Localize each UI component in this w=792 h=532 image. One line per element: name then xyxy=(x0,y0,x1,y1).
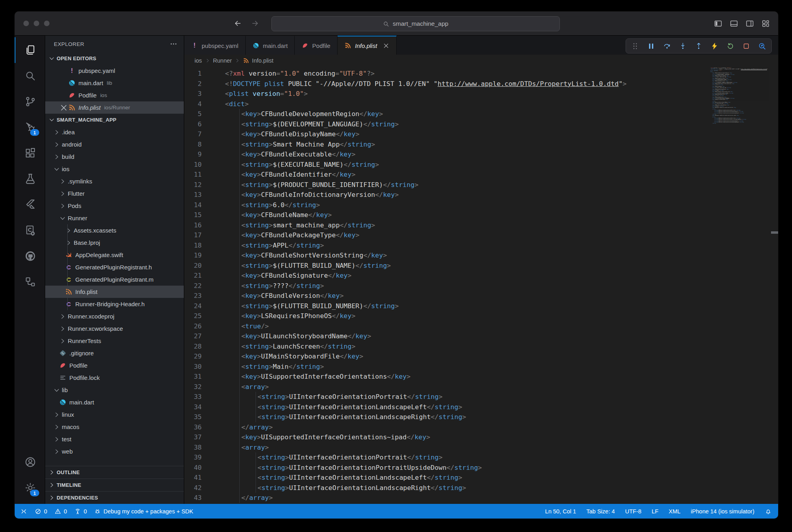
maximize-window-button[interactable] xyxy=(44,21,50,26)
code-line-28[interactable]: 28<string>LaunchScreen</string> xyxy=(184,341,703,352)
tree-item-Runner[interactable]: Runner xyxy=(45,212,184,224)
code-line-6[interactable]: 6<string>$(DEVELOPMENT_LANGUAGE)</string… xyxy=(184,119,703,130)
status-eol[interactable]: LF xyxy=(652,508,658,515)
code-line-29[interactable]: 29<key>UIMainStoryboardFile</key> xyxy=(184,351,703,362)
step-into-icon[interactable] xyxy=(679,42,687,50)
activity-accounts[interactable] xyxy=(15,449,45,475)
tree-item-.idea[interactable]: .idea xyxy=(45,126,184,138)
activity-flutter[interactable] xyxy=(15,192,45,217)
tree-item-build[interactable]: build xyxy=(45,151,184,163)
tree-item-Podfile.lock[interactable]: Podfile.lock xyxy=(45,372,184,384)
code-line-17[interactable]: 17<key>CFBundlePackageType</key> xyxy=(184,230,703,240)
tree-item-Assets.xcassets[interactable]: Assets.xcassets xyxy=(45,224,184,236)
tree-item-Pods[interactable]: Pods xyxy=(45,200,184,212)
breadcrumb-item[interactable]: Runner xyxy=(213,57,232,64)
tree-item-GeneratedPluginRegistrant.m[interactable]: CGeneratedPluginRegistrant.m xyxy=(45,273,184,286)
status-language-mode[interactable]: XML xyxy=(669,508,681,515)
layout-grid-icon[interactable] xyxy=(761,19,770,28)
code-line-39[interactable]: 39<string>UIInterfaceOrientationPortrait… xyxy=(184,452,703,463)
code-line-7[interactable]: 7<key>CFBundleDisplayName</key> xyxy=(184,129,703,139)
code-line-37[interactable]: 37<key>UISupportedInterfaceOrientations~… xyxy=(184,432,703,442)
status-ports[interactable]: 0 xyxy=(74,508,87,515)
activity-testing[interactable] xyxy=(15,166,45,192)
tree-item-RunnerTests[interactable]: RunnerTests xyxy=(45,335,184,347)
minimize-window-button[interactable] xyxy=(34,21,39,26)
restart-icon[interactable] xyxy=(726,42,735,50)
tree-item-Runner-Bridging-Header.h[interactable]: CRunner-Bridging-Header.h xyxy=(45,298,184,310)
code-line-43[interactable]: 43</array> xyxy=(184,493,703,503)
code-line-10[interactable]: 10<string>$(EXECUTABLE_NAME)</string> xyxy=(184,160,703,170)
history-forward-icon[interactable] xyxy=(251,19,260,28)
open-editor-main.dart[interactable]: main.dartlib xyxy=(45,77,184,89)
activity-run-and-debug[interactable]: 1 xyxy=(15,114,45,140)
activity-cpp-tools[interactable] xyxy=(15,217,45,243)
code-line-16[interactable]: 16<string>smart_machine_app</string> xyxy=(184,220,703,231)
status-indentation[interactable]: Tab Size: 4 xyxy=(586,508,615,515)
tree-item-ios[interactable]: ios xyxy=(45,163,184,175)
explorer-actions-icon[interactable] xyxy=(170,40,177,48)
tree-item-Runner.xcworkspace[interactable]: Runner.xcworkspace xyxy=(45,322,184,335)
tree-item-.gitignore[interactable]: .gitignore xyxy=(45,347,184,359)
activity-source-control[interactable] xyxy=(15,89,45,114)
tree-item-macos[interactable]: macos xyxy=(45,421,184,433)
code-line-35[interactable]: 35<string>UIInterfaceOrientationLandscap… xyxy=(184,412,703,422)
activity-search[interactable] xyxy=(15,63,45,89)
code-line-15[interactable]: 15<key>CFBundleName</key> xyxy=(184,210,703,220)
code-line-12[interactable]: 12<string>$(PRODUCT_BUNDLE_IDENTIFIER)</… xyxy=(184,180,703,190)
code-line-42[interactable]: 42<string>UIInterfaceOrientationLandscap… xyxy=(184,483,703,493)
code-line-14[interactable]: 14<string>6.0</string> xyxy=(184,200,703,210)
status-remote[interactable] xyxy=(20,508,27,515)
tree-item-Runner.xcodeproj[interactable]: Runner.xcodeproj xyxy=(45,310,184,322)
command-center-search[interactable]: smart_machine_app xyxy=(271,16,560,31)
status-warnings[interactable]: 0 xyxy=(54,508,67,515)
open-editor-pubspec.yaml[interactable]: !pubspec.yaml xyxy=(45,65,184,77)
tree-item-Podfile[interactable]: Podfile xyxy=(45,359,184,372)
code-line-31[interactable]: 31<key>UISupportedInterfaceOrientations<… xyxy=(184,372,703,382)
devtools-icon[interactable] xyxy=(758,42,766,50)
activity-github[interactable] xyxy=(15,243,45,269)
tree-item-.symlinks[interactable]: .symlinks xyxy=(45,175,184,187)
tree-item-web[interactable]: web xyxy=(45,445,184,458)
section-timeline[interactable]: TIMELINE xyxy=(45,479,184,491)
breadcrumb-item[interactable]: ios xyxy=(195,57,202,64)
tree-item-android[interactable]: android xyxy=(45,138,184,151)
status-debug-config[interactable]: Debug my code + packages + SDK xyxy=(94,508,193,515)
code-line-22[interactable]: 22<string>????</string> xyxy=(184,281,703,291)
step-out-icon[interactable] xyxy=(695,42,703,50)
code-line-32[interactable]: 32<array> xyxy=(184,382,703,392)
section-dependencies[interactable]: DEPENDENCIES xyxy=(45,491,184,504)
tab-Podfile[interactable]: Podfile xyxy=(295,36,338,55)
status-flutter-device[interactable]: iPhone 14 (ios simulator) xyxy=(691,508,754,515)
code-line-11[interactable]: 11<key>CFBundleIdentifier</key> xyxy=(184,170,703,180)
code-line-34[interactable]: 34<string>UIInterfaceOrientationLandscap… xyxy=(184,402,703,412)
code-line-40[interactable]: 40<string>UIInterfaceOrientationPortrait… xyxy=(184,463,703,473)
breadcrumb-item[interactable]: Info.plist xyxy=(252,57,273,64)
layout-sidebar-left-icon[interactable] xyxy=(714,19,723,28)
code-editor[interactable]: 1<?xml version="1.0" encoding="UTF-8"?>2… xyxy=(184,67,778,504)
code-line-4[interactable]: 4<dict> xyxy=(184,99,703,109)
tree-item-main.dart[interactable]: main.dart xyxy=(45,396,184,408)
code-line-30[interactable]: 30<string>Main</string> xyxy=(184,362,703,372)
code-line-18[interactable]: 18<string>APPL</string> xyxy=(184,240,703,251)
code-line-8[interactable]: 8<string>Smart Machine App</string> xyxy=(184,139,703,150)
code-line-38[interactable]: 38<array> xyxy=(184,442,703,453)
close-window-button[interactable] xyxy=(23,21,29,26)
hot-reload-icon[interactable] xyxy=(710,42,719,50)
step-over-icon[interactable] xyxy=(663,42,671,50)
code-line-13[interactable]: 13<key>CFBundleInfoDictionaryVersion</ke… xyxy=(184,190,703,200)
open-editor-Podfile[interactable]: Podfileios xyxy=(45,89,184,101)
tree-item-Base.lproj[interactable]: Base.lproj xyxy=(45,236,184,249)
open-editor-Info.plist[interactable]: Info.plistios/Runner xyxy=(45,101,184,114)
open-editors-header[interactable]: OPEN EDITORS xyxy=(45,52,184,65)
code-line-24[interactable]: 24<string>$(FLUTTER_BUILD_NUMBER)</strin… xyxy=(184,301,703,311)
tab-Info.plist[interactable]: Info.plist xyxy=(338,36,397,55)
tree-item-AppDelegate.swift[interactable]: AppDelegate.swift xyxy=(45,249,184,261)
code-line-26[interactable]: 26<true/> xyxy=(184,321,703,332)
project-root-header[interactable]: SMART_MACHINE_APP xyxy=(45,114,184,126)
activity-settings[interactable]: 1 xyxy=(15,475,45,501)
tree-item-Info.plist[interactable]: Info.plist xyxy=(45,286,184,298)
history-back-icon[interactable] xyxy=(233,19,242,28)
activity-explorer[interactable] xyxy=(15,37,45,63)
code-line-5[interactable]: 5<key>CFBundleDevelopmentRegion</key> xyxy=(184,109,703,119)
code-line-41[interactable]: 41<string>UIInterfaceOrientationLandscap… xyxy=(184,473,703,483)
